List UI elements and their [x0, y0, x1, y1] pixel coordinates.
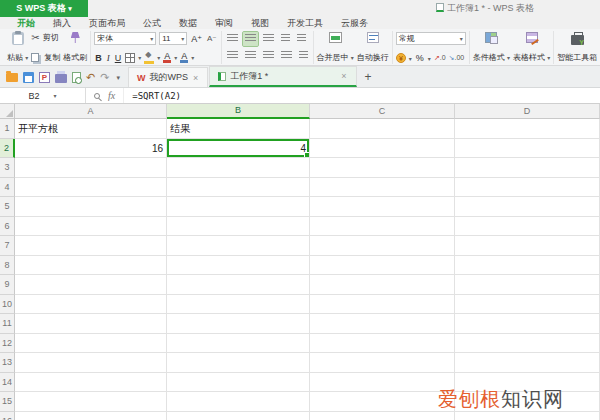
- row-header-11[interactable]: 11: [0, 314, 15, 334]
- borders-button[interactable]: [125, 53, 135, 63]
- cell-C8[interactable]: [310, 256, 455, 276]
- font-name-select[interactable]: 宋体▾: [94, 32, 156, 45]
- menu-tab-开发工具[interactable]: 开发工具: [278, 17, 332, 30]
- cell-C4[interactable]: [310, 178, 455, 198]
- cell-A4[interactable]: [15, 178, 167, 198]
- cell-B4[interactable]: [167, 178, 310, 198]
- cell-D3[interactable]: [455, 158, 600, 178]
- cell-C15[interactable]: [310, 392, 455, 412]
- menu-tab-插入[interactable]: 插入: [44, 17, 80, 30]
- highlight-color-button[interactable]: A: [180, 52, 188, 63]
- cell-D1[interactable]: [455, 119, 600, 139]
- align-left-button[interactable]: [225, 49, 240, 63]
- cell-A10[interactable]: [15, 295, 167, 315]
- search-icon[interactable]: [94, 93, 100, 99]
- paste-button[interactable]: 粘贴 ▾: [7, 31, 28, 64]
- menu-tab-开始[interactable]: 开始: [8, 17, 44, 30]
- cell-A16[interactable]: [15, 412, 167, 420]
- merge-center-button[interactable]: 合并居中 ▾: [317, 31, 354, 64]
- cell-D2[interactable]: [455, 139, 600, 159]
- column-header-D[interactable]: D: [455, 104, 600, 119]
- align-center-button[interactable]: [243, 49, 258, 63]
- menu-tab-页面布局[interactable]: 页面布局: [80, 17, 134, 30]
- row-header-1[interactable]: 1: [0, 119, 15, 139]
- file-tab-工作簿1 *[interactable]: 工作簿1 *×: [209, 66, 356, 87]
- cell-D10[interactable]: [455, 295, 600, 315]
- cell-D7[interactable]: [455, 236, 600, 256]
- cell-C5[interactable]: [310, 197, 455, 217]
- menu-tab-数据[interactable]: 数据: [170, 17, 206, 30]
- cell-C16[interactable]: [310, 412, 455, 420]
- row-header-16[interactable]: 16: [0, 412, 15, 420]
- align-bottom-button[interactable]: [261, 32, 276, 46]
- cell-A8[interactable]: [15, 256, 167, 276]
- cell-B8[interactable]: [167, 256, 310, 276]
- cell-B15[interactable]: [167, 392, 310, 412]
- cell-C3[interactable]: [310, 158, 455, 178]
- cell-C11[interactable]: [310, 314, 455, 334]
- align-right-button[interactable]: [261, 49, 276, 63]
- underline-button[interactable]: U: [114, 53, 123, 63]
- cell-D13[interactable]: [455, 353, 600, 373]
- menu-tab-云服务[interactable]: 云服务: [332, 17, 377, 30]
- print-icon[interactable]: [55, 74, 67, 83]
- cell-B3[interactable]: [167, 158, 310, 178]
- column-header-A[interactable]: A: [15, 104, 167, 119]
- cell-A14[interactable]: [15, 373, 167, 393]
- copy-button[interactable]: 复制: [31, 52, 60, 63]
- decrease-font-button[interactable]: A⁻: [206, 34, 218, 43]
- file-tab-我的WPS[interactable]: W我的WPS×: [128, 67, 208, 87]
- cell-B7[interactable]: [167, 236, 310, 256]
- close-tab-icon[interactable]: ×: [340, 71, 347, 81]
- align-top-button[interactable]: [225, 32, 240, 46]
- row-header-4[interactable]: 4: [0, 178, 15, 198]
- row-header-12[interactable]: 12: [0, 334, 15, 354]
- smart-toolbox-button[interactable]: 智能工具箱: [557, 31, 597, 64]
- cell-C10[interactable]: [310, 295, 455, 315]
- cell-B5[interactable]: [167, 197, 310, 217]
- row-header-15[interactable]: 15: [0, 392, 15, 412]
- fill-color-button[interactable]: [144, 54, 154, 62]
- cell-B9[interactable]: [167, 275, 310, 295]
- cell-B6[interactable]: [167, 217, 310, 237]
- close-tab-icon[interactable]: ×: [192, 73, 199, 83]
- menu-tab-视图[interactable]: 视图: [242, 17, 278, 30]
- cell-D4[interactable]: [455, 178, 600, 198]
- font-size-select[interactable]: 11▾: [159, 32, 187, 45]
- row-header-10[interactable]: 10: [0, 295, 15, 315]
- cell-D6[interactable]: [455, 217, 600, 237]
- row-header-9[interactable]: 9: [0, 275, 15, 295]
- cell-A2[interactable]: 16: [15, 139, 167, 159]
- cell-A3[interactable]: [15, 158, 167, 178]
- cell-C7[interactable]: [310, 236, 455, 256]
- distributed-button[interactable]: [297, 49, 310, 63]
- cell-D5[interactable]: [455, 197, 600, 217]
- decrease-indent-button[interactable]: [279, 32, 292, 46]
- cell-D12[interactable]: [455, 334, 600, 354]
- cell-A11[interactable]: [15, 314, 167, 334]
- new-tab-button[interactable]: +: [358, 70, 379, 87]
- undo-icon[interactable]: ↶: [86, 72, 95, 83]
- increase-indent-button[interactable]: [295, 32, 308, 46]
- cell-D8[interactable]: [455, 256, 600, 276]
- row-header-8[interactable]: 8: [0, 256, 15, 276]
- cell-A6[interactable]: [15, 217, 167, 237]
- align-middle-button[interactable]: [243, 32, 258, 46]
- wrap-text-button[interactable]: 自动换行: [357, 31, 389, 64]
- cell-A5[interactable]: [15, 197, 167, 217]
- column-header-C[interactable]: C: [310, 104, 455, 119]
- select-all-corner[interactable]: [0, 104, 15, 119]
- cell-C1[interactable]: [310, 119, 455, 139]
- row-header-6[interactable]: 6: [0, 217, 15, 237]
- cell-B14[interactable]: [167, 373, 310, 393]
- menu-tab-公式[interactable]: 公式: [134, 17, 170, 30]
- decrease-decimal-button[interactable]: ↘.00: [449, 54, 465, 62]
- format-painter-button[interactable]: 格式刷: [63, 31, 87, 64]
- cell-C12[interactable]: [310, 334, 455, 354]
- cell-A1[interactable]: 开平方根: [15, 119, 167, 139]
- cell-B11[interactable]: [167, 314, 310, 334]
- save-icon[interactable]: [23, 72, 34, 83]
- insert-function-button[interactable]: fx: [108, 90, 115, 101]
- cut-button[interactable]: ✂剪切: [31, 32, 60, 43]
- increase-font-button[interactable]: A⁺: [190, 34, 203, 44]
